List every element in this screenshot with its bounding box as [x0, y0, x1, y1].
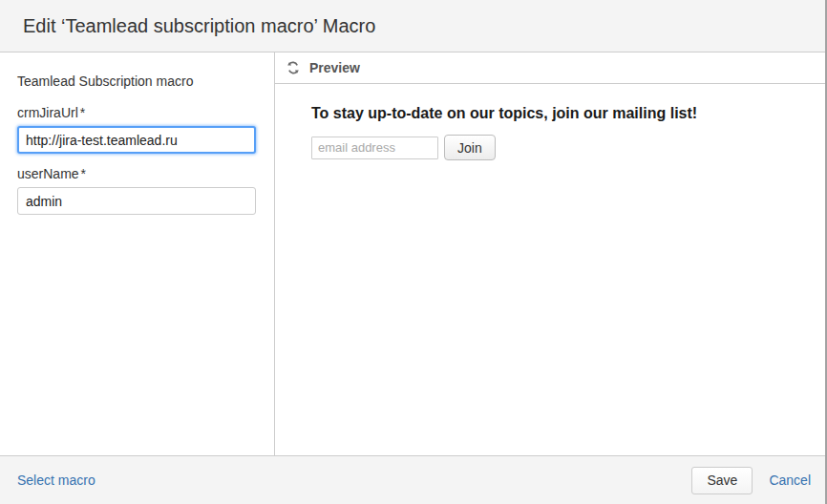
username-input[interactable] [17, 187, 256, 215]
save-button[interactable]: Save [691, 467, 753, 494]
macro-params-panel: Teamlead Subscription macro crmJiraUrl* … [0, 52, 275, 455]
page-title: Edit ‘Teamlead subscription macro’ Macro [23, 15, 375, 37]
subscribe-form: Join [311, 135, 796, 160]
username-label: userName* [17, 166, 257, 181]
crmjiraurl-label: crmJiraUrl* [17, 105, 257, 120]
edit-macro-dialog: Edit ‘Teamlead subscription macro’ Macro… [0, 0, 827, 504]
preview-content: To stay up-to-date on our topics, join o… [275, 84, 825, 160]
join-button[interactable]: Join [444, 135, 496, 160]
dialog-body: Teamlead Subscription macro crmJiraUrl* … [0, 52, 825, 455]
preview-title: Preview [309, 60, 360, 75]
dialog-header: Edit ‘Teamlead subscription macro’ Macro [0, 0, 825, 52]
macro-name-heading: Teamlead Subscription macro [17, 74, 257, 89]
dialog-footer: Select macro Save Cancel [0, 455, 825, 504]
preview-header: Preview [275, 52, 825, 84]
subscribe-heading: To stay up-to-date on our topics, join o… [311, 105, 796, 122]
refresh-icon[interactable] [285, 59, 302, 76]
preview-panel: Preview To stay up-to-date on our topics… [275, 52, 825, 455]
footer-actions: Save Cancel [691, 467, 811, 494]
cancel-link[interactable]: Cancel [769, 472, 811, 488]
select-macro-link[interactable]: Select macro [17, 472, 95, 488]
required-asterisk: * [81, 166, 86, 181]
required-asterisk: * [80, 105, 85, 120]
email-input[interactable] [311, 136, 438, 159]
crmjiraurl-input[interactable] [17, 126, 256, 154]
